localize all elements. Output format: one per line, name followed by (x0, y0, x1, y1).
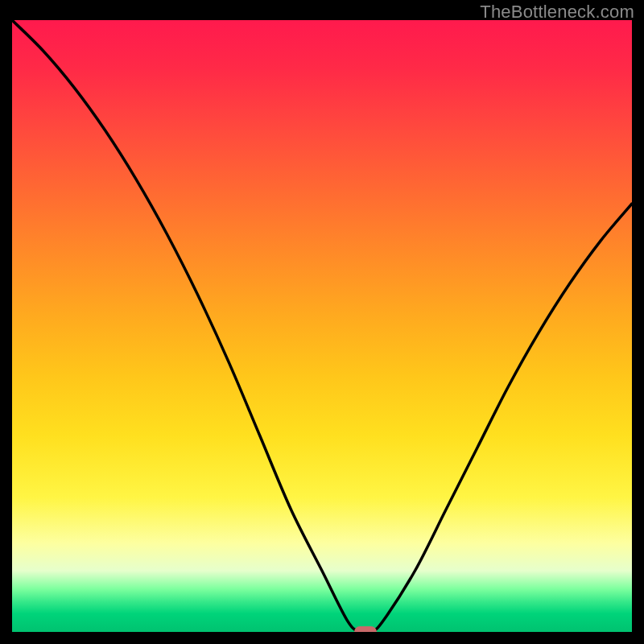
bottleneck-curve (12, 20, 632, 632)
chart-frame: TheBottleneck.com (0, 0, 644, 644)
watermark-label: TheBottleneck.com (480, 2, 634, 23)
minimum-marker (354, 626, 377, 632)
bottleneck-curve-svg (12, 20, 632, 632)
plot-area (12, 20, 632, 632)
